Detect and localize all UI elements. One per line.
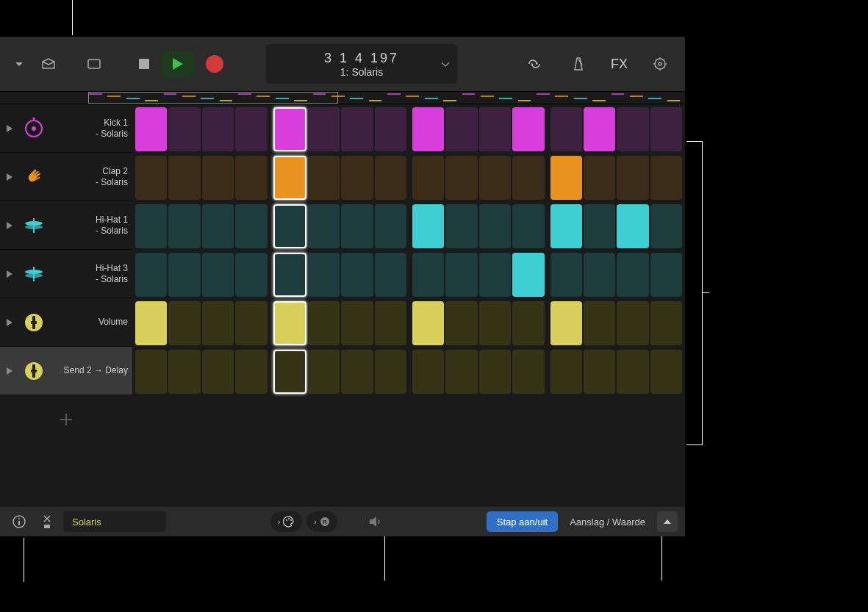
play-icon[interactable] xyxy=(4,317,15,328)
track-header[interactable]: Hi-Hat 1- Solaris xyxy=(0,201,132,250)
step-cell[interactable] xyxy=(235,107,267,151)
step-cell[interactable] xyxy=(273,156,306,200)
step-cell[interactable] xyxy=(135,204,167,248)
step-cell[interactable] xyxy=(341,156,373,200)
step-cell[interactable] xyxy=(584,204,615,248)
step-cell[interactable] xyxy=(273,107,306,151)
step-cell[interactable] xyxy=(550,204,582,248)
step-cell[interactable] xyxy=(273,253,306,297)
step-cell[interactable] xyxy=(512,204,544,248)
edit-lock-icon[interactable] xyxy=(35,510,59,533)
step-cell[interactable] xyxy=(445,350,477,394)
step-cell[interactable] xyxy=(479,156,511,200)
step-cell[interactable] xyxy=(445,204,477,248)
play-icon[interactable] xyxy=(4,366,15,376)
step-cell[interactable] xyxy=(202,301,234,345)
step-cell[interactable] xyxy=(617,156,648,200)
info-icon[interactable] xyxy=(7,510,31,533)
play-icon[interactable] xyxy=(4,123,15,134)
step-cell[interactable] xyxy=(617,253,648,297)
palette-button[interactable]: › xyxy=(270,511,302,532)
step-cell[interactable] xyxy=(375,156,406,200)
step-cell[interactable] xyxy=(135,301,167,345)
track-header[interactable]: Hi-Hat 3- Solaris xyxy=(0,250,132,298)
step-cell[interactable] xyxy=(202,350,234,394)
step-cell[interactable] xyxy=(512,156,544,200)
step-cell[interactable] xyxy=(512,301,544,345)
step-cell[interactable] xyxy=(445,107,477,151)
step-cell[interactable] xyxy=(308,301,340,345)
step-cell[interactable] xyxy=(168,350,200,394)
step-cell[interactable] xyxy=(168,204,200,248)
step-cell[interactable] xyxy=(445,253,477,297)
patch-name-field[interactable]: Solaris xyxy=(63,511,166,532)
step-cell[interactable] xyxy=(168,301,200,345)
step-cell[interactable] xyxy=(168,253,200,297)
step-cell[interactable] xyxy=(445,301,477,345)
step-cell[interactable] xyxy=(550,253,582,297)
velocity-value-button[interactable]: Aanslag / Waarde xyxy=(562,511,653,532)
step-cell[interactable] xyxy=(341,301,373,345)
step-cell[interactable] xyxy=(479,350,511,394)
step-cell[interactable] xyxy=(202,253,234,297)
route-button[interactable]: › R xyxy=(306,511,337,532)
step-cell[interactable] xyxy=(617,301,648,345)
step-cell[interactable] xyxy=(512,350,544,394)
step-cell[interactable] xyxy=(550,301,582,345)
step-cell[interactable] xyxy=(584,107,615,151)
step-toggle-button[interactable]: Stap aan/uit xyxy=(487,511,558,532)
stop-button[interactable] xyxy=(132,52,156,76)
timeline[interactable] xyxy=(0,91,685,104)
step-cell[interactable] xyxy=(375,107,406,151)
add-track-button[interactable] xyxy=(0,395,132,444)
record-button[interactable] xyxy=(206,55,223,73)
step-cell[interactable] xyxy=(308,107,340,151)
track-header[interactable]: Send 2 → Delay xyxy=(0,347,132,395)
step-cell[interactable] xyxy=(479,204,511,248)
collapse-button[interactable] xyxy=(657,511,678,532)
step-cell[interactable] xyxy=(273,301,306,345)
step-cell[interactable] xyxy=(341,253,373,297)
step-cell[interactable] xyxy=(375,204,406,248)
step-cell[interactable] xyxy=(341,204,373,248)
step-cell[interactable] xyxy=(550,156,582,200)
step-cell[interactable] xyxy=(235,204,267,248)
step-cell[interactable] xyxy=(412,156,444,200)
step-cell[interactable] xyxy=(550,350,582,394)
step-cell[interactable] xyxy=(202,156,234,200)
step-cell[interactable] xyxy=(512,107,544,151)
step-cell[interactable] xyxy=(650,253,682,297)
step-cell[interactable] xyxy=(308,156,340,200)
track-header[interactable]: Clap 2- Solaris xyxy=(0,153,132,201)
play-icon[interactable] xyxy=(4,172,15,182)
volume-icon[interactable] xyxy=(364,510,387,533)
step-cell[interactable] xyxy=(375,350,406,394)
play-icon[interactable] xyxy=(4,220,15,231)
step-cell[interactable] xyxy=(445,156,477,200)
step-cell[interactable] xyxy=(168,156,200,200)
step-cell[interactable] xyxy=(412,253,444,297)
step-cell[interactable] xyxy=(412,204,444,248)
step-cell[interactable] xyxy=(584,156,615,200)
step-cell[interactable] xyxy=(650,156,682,200)
step-cell[interactable] xyxy=(512,253,544,297)
step-cell[interactable] xyxy=(550,107,582,151)
step-cell[interactable] xyxy=(650,301,682,345)
step-cell[interactable] xyxy=(650,350,682,394)
step-cell[interactable] xyxy=(375,253,406,297)
play-icon[interactable] xyxy=(4,269,15,279)
settings-icon[interactable] xyxy=(648,52,672,76)
cycle-icon[interactable] xyxy=(523,52,546,76)
step-cell[interactable] xyxy=(479,301,511,345)
step-cell[interactable] xyxy=(135,350,167,394)
step-cell[interactable] xyxy=(412,107,444,151)
step-cell[interactable] xyxy=(412,301,444,345)
step-cell[interactable] xyxy=(168,107,200,151)
play-button[interactable] xyxy=(162,51,194,77)
view-icon[interactable] xyxy=(82,52,106,76)
step-cell[interactable] xyxy=(650,204,682,248)
step-cell[interactable] xyxy=(202,107,234,151)
step-cell[interactable] xyxy=(308,350,340,394)
step-cell[interactable] xyxy=(412,350,444,394)
step-cell[interactable] xyxy=(341,107,373,151)
